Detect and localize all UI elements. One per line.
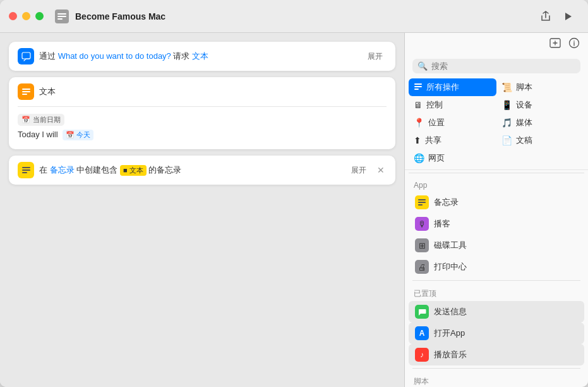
ask-input-suffix1: 请求 xyxy=(173,51,189,61)
device-icon: 📱 xyxy=(501,100,512,110)
text-card-icon xyxy=(18,83,34,100)
ask-input-question: What do you want to do today? xyxy=(58,51,171,61)
category-device[interactable]: 📱 设备 xyxy=(496,96,584,114)
control-icon: 🖥 xyxy=(414,100,423,110)
svg-rect-15 xyxy=(414,86,422,87)
window-title: Become Famous Mac xyxy=(75,11,539,22)
svg-rect-0 xyxy=(57,13,66,15)
media-icon: 🎵 xyxy=(501,118,512,128)
ask-input-header: 通过 What do you want to do today? 请求 文本 展… xyxy=(9,42,395,71)
today-badge: 📅 今天 xyxy=(63,130,93,140)
create-note-text: 在 备忘录 中创建包含 ■ 文本 的备忘录 xyxy=(39,164,342,176)
search-icon: 🔍 xyxy=(417,61,428,71)
text-card-header: 文本 xyxy=(9,77,395,106)
sidebar-item-disk-utility[interactable]: ⊞ 磁碟工具 xyxy=(409,235,584,256)
podcasts-icon: 🎙 xyxy=(415,217,429,231)
svg-rect-17 xyxy=(418,199,426,200)
sidebar-divider xyxy=(409,173,584,173)
sidebar-item-play-music[interactable]: ♪ 播放音乐 xyxy=(409,344,584,366)
ask-input-prefix: 通过 xyxy=(39,51,56,61)
script-divider xyxy=(412,368,580,369)
create-note-close[interactable]: ✕ xyxy=(375,164,387,176)
text-card-label: 文本 xyxy=(39,86,387,97)
svg-marker-3 xyxy=(565,13,572,20)
create-note-suffix: 的备忘录 xyxy=(148,165,181,175)
category-web[interactable]: 🌐 网页 xyxy=(409,149,496,167)
create-note-actions: 展开 ✕ xyxy=(347,164,387,177)
open-app-icon: A xyxy=(415,326,429,340)
date-badge: 📅 当前日期 xyxy=(18,114,64,126)
play-button[interactable] xyxy=(561,10,574,23)
svg-rect-1 xyxy=(57,16,66,17)
add-action-button[interactable] xyxy=(549,37,561,52)
pinned-divider xyxy=(412,280,580,281)
svg-rect-4 xyxy=(22,52,30,59)
category-control[interactable]: 🖥 控制 xyxy=(409,96,496,114)
share-button[interactable] xyxy=(539,9,553,23)
ask-input-icon xyxy=(18,48,34,64)
sidebar-item-notes[interactable]: 备忘录 xyxy=(409,192,584,213)
today-icon: 📅 xyxy=(66,131,75,139)
category-all[interactable]: 所有操作 xyxy=(409,78,496,96)
ask-input-expand[interactable]: 展开 xyxy=(364,50,387,63)
create-note-icon xyxy=(18,162,34,178)
category-document[interactable]: 📄 文稿 xyxy=(496,132,584,149)
category-script[interactable]: 📜 脚本 xyxy=(496,78,584,96)
svg-rect-18 xyxy=(418,202,426,203)
play-music-icon: ♪ xyxy=(415,348,429,362)
main-window: Become Famous Mac xyxy=(0,0,588,387)
note-app-label: 备忘录 xyxy=(50,165,75,175)
svg-rect-10 xyxy=(22,172,27,173)
search-bar: 🔍 xyxy=(412,59,580,73)
svg-rect-2 xyxy=(57,18,63,20)
close-button[interactable] xyxy=(9,12,17,20)
svg-rect-7 xyxy=(22,94,27,95)
ask-input-card: 通过 What do you want to do today? 请求 文本 展… xyxy=(9,42,395,71)
category-media[interactable]: 🎵 媒体 xyxy=(496,114,584,132)
create-note-header: 在 备忘录 中创建包含 ■ 文本 的备忘录 展开 ✕ xyxy=(9,156,395,185)
pinned-section-header: 已置顶 xyxy=(409,283,584,301)
category-grid: 所有操作 📜 脚本 🖥 控制 📱 设备 📍 位置 xyxy=(405,76,588,170)
text-body-content: Today I will 📅 今天 xyxy=(18,130,387,140)
info-button[interactable] xyxy=(568,37,580,52)
text-card-body: 📅 当前日期 Today I will 📅 今天 xyxy=(9,107,395,149)
app-section-header: App xyxy=(409,176,584,192)
create-note-card: 在 备忘录 中创建包含 ■ 文本 的备忘录 展开 ✕ xyxy=(9,156,395,185)
print-center-icon: 🖨 xyxy=(415,260,429,274)
titlebar: Become Famous Mac xyxy=(0,0,588,33)
script-icon: 📜 xyxy=(501,82,512,92)
document-icon: 📄 xyxy=(501,135,512,145)
workflow-area: 通过 What do you want to do today? 请求 文本 展… xyxy=(0,33,405,387)
location-icon: 📍 xyxy=(414,118,424,128)
sidebar-item-open-app[interactable]: A 打开App xyxy=(409,322,584,344)
minimize-button[interactable] xyxy=(22,12,30,20)
create-note-expand[interactable]: 展开 xyxy=(347,164,370,177)
text-card: 文本 📅 当前日期 Today I will 📅 今天 xyxy=(9,77,395,149)
sidebar: 🔍 所有操作 📜 脚本 xyxy=(405,33,588,387)
svg-rect-6 xyxy=(22,91,30,92)
sidebar-item-print-center[interactable]: 🖨 打印中心 xyxy=(409,256,584,278)
svg-point-13 xyxy=(573,40,575,42)
calendar-icon: 📅 xyxy=(21,116,30,124)
category-location[interactable]: 📍 位置 xyxy=(409,114,496,132)
search-input[interactable] xyxy=(431,61,575,71)
share-icon: ⬆ xyxy=(414,135,421,145)
sidebar-item-podcasts[interactable]: 🎙 播客 xyxy=(409,213,584,235)
window-buttons xyxy=(9,12,44,20)
maximize-button[interactable] xyxy=(35,12,44,20)
category-share[interactable]: ⬆ 共享 xyxy=(409,132,496,149)
svg-rect-9 xyxy=(22,169,30,171)
sidebar-sections: App 备忘录 🎙 播客 ⊞ xyxy=(405,176,588,387)
all-icon xyxy=(414,82,423,93)
script-section-header: 脚本 xyxy=(409,371,584,387)
ask-input-text: 通过 What do you want to do today? 请求 文本 xyxy=(39,51,359,62)
sidebar-item-messages[interactable]: 发送信息 xyxy=(409,301,584,322)
sidebar-top-buttons xyxy=(405,33,588,55)
ask-input-actions: 展开 xyxy=(364,50,387,63)
messages-icon xyxy=(415,305,429,319)
create-note-prefix2: 中创建包含 xyxy=(76,165,117,175)
web-icon: 🌐 xyxy=(414,153,424,163)
svg-rect-8 xyxy=(22,167,30,168)
svg-rect-16 xyxy=(414,89,419,90)
app-icon xyxy=(55,9,69,23)
